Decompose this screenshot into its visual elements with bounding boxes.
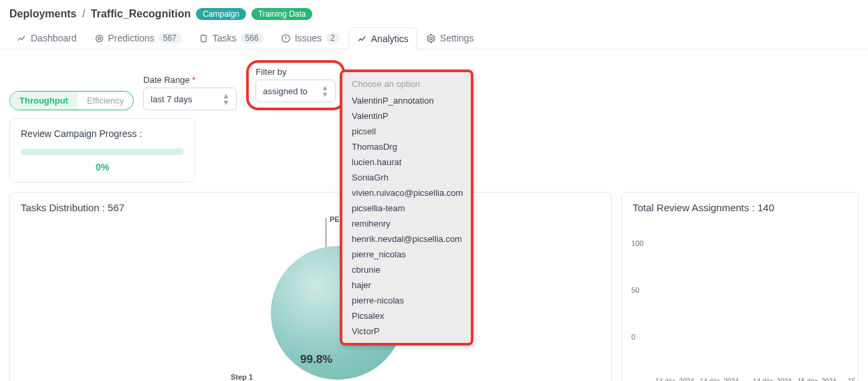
breadcrumb-current[interactable]: Traffic_Recognition (91, 8, 191, 19)
dist-title: Tasks Distribution : 567 (21, 202, 601, 213)
xtick: 14 déc. 2024 - 15 déc. 2024 (753, 378, 837, 381)
filter-by-field: Filter by assigned to ▲▼ (255, 67, 336, 102)
chevron-updown-icon: ▲▼ (222, 92, 229, 106)
tab-issues[interactable]: Issues 2 (272, 27, 348, 49)
filter-by-select[interactable]: assigned to ▲▼ (255, 80, 336, 102)
dropdown-item[interactable]: ValentinP_annotation (342, 93, 471, 108)
tab-label: Issues (295, 33, 322, 43)
dropdown-item[interactable]: remihenry (342, 216, 471, 231)
badge-training: Training Data (251, 8, 313, 20)
pie-step-label: Step 1 (231, 373, 253, 381)
dropdown-item[interactable]: pierre-nicolas (342, 293, 471, 308)
svg-point-4 (429, 37, 432, 39)
dropdown-placeholder: Choose an option (342, 76, 471, 93)
analytics-icon (357, 34, 367, 44)
date-range-select[interactable]: last 7 days ▲▼ (143, 88, 237, 110)
dropdown-item[interactable]: ValentinP (342, 108, 471, 124)
toggle-efficiency[interactable]: Efficiency (78, 92, 133, 110)
tab-predictions[interactable]: Predictions 567 (86, 27, 190, 49)
dropdown-item[interactable]: cbrunie (342, 262, 471, 277)
chevron-updown-icon: ▲▼ (321, 84, 328, 98)
toggle-throughput[interactable]: Throughput (10, 92, 78, 110)
dropdown-item[interactable]: pierre_nicolas (342, 247, 471, 262)
dropdown-item[interactable]: SoniaGrh (342, 170, 471, 185)
dropdown-item[interactable]: vivien.ruivaco@picsellia.com (342, 185, 471, 201)
svg-point-0 (96, 35, 102, 41)
filter-by-label: Filter by (255, 67, 336, 77)
ytick: 100 (631, 239, 643, 247)
progress-title: Review Campaign Progress : (21, 128, 184, 139)
tab-label: Predictions (108, 33, 154, 43)
breadcrumb: Deployments / Traffic_Recognition (9, 8, 191, 20)
tab-tasks[interactable]: Tasks 566 (190, 27, 272, 49)
count-badge: 567 (158, 33, 181, 43)
tasks-distribution-card: Tasks Distribution : 567 PEN 99.8% Step … (9, 192, 612, 381)
review-assignments-card: Total Review Assignments : 140 100 50 0 … (621, 192, 859, 381)
clipboard-icon (199, 33, 209, 43)
select-value: assigned to (263, 86, 308, 96)
ytick: 50 (631, 286, 639, 294)
badge-campaign: Campaign (196, 8, 246, 20)
progress-pct: 0% (21, 162, 184, 172)
chart-line-icon (17, 33, 27, 43)
alert-icon (281, 33, 291, 43)
review-title: Total Review Assignments : 140 (633, 202, 847, 213)
breadcrumb-root[interactable]: Deployments (9, 8, 76, 19)
date-range-label: Date Range * (143, 75, 237, 85)
tabs: Dashboard Predictions 567 Tasks 566 Issu… (0, 24, 868, 49)
tab-dashboard[interactable]: Dashboard (8, 27, 86, 49)
dropdown-item[interactable]: hajer (342, 277, 471, 293)
dropdown-item[interactable]: henrik.nevdal@picsellia.com (342, 231, 471, 247)
date-range-field: Date Range * last 7 days ▲▼ (143, 75, 237, 110)
filter-option-dropdown[interactable]: Choose an option ValentinP_annotationVal… (340, 70, 473, 346)
dropdown-item[interactable]: VictorP (342, 324, 471, 339)
gear-icon (426, 33, 436, 43)
tab-analytics[interactable]: Analytics (348, 27, 417, 49)
count-badge: 566 (241, 33, 263, 43)
review-chart-axes: 100 50 0 13 déc. 2024 - 14 déc. 2024 14 … (629, 239, 851, 381)
xtick: 15 dé (848, 378, 859, 381)
filter-by-highlight: Filter by assigned to ▲▼ (246, 60, 345, 110)
breadcrumb-slash: / (82, 8, 85, 19)
dropdown-item[interactable]: picsell (342, 124, 471, 139)
xtick: 13 déc. 2024 - 14 déc. 2024 (655, 378, 739, 381)
tab-label: Settings (440, 33, 474, 43)
tab-label: Tasks (213, 33, 237, 43)
tab-settings[interactable]: Settings (417, 27, 483, 49)
tab-label: Dashboard (31, 33, 77, 43)
dropdown-item[interactable]: ThomasDrg (342, 139, 471, 154)
target-icon (94, 33, 104, 43)
svg-point-1 (98, 37, 100, 39)
svg-rect-2 (201, 35, 207, 41)
count-badge: 2 (326, 33, 340, 43)
tab-label: Analytics (371, 33, 409, 44)
ytick: 0 (631, 333, 635, 341)
dropdown-item[interactable]: picsellia-team (342, 201, 471, 216)
dropdown-item[interactable]: Picsalex (342, 308, 471, 324)
pie-pct: 99.8% (300, 353, 332, 366)
toggle-group: Throughput Efficiency (9, 91, 134, 110)
dropdown-item[interactable]: lucien.haurat (342, 154, 471, 170)
select-value: last 7 days (150, 94, 192, 104)
breadcrumb-row: Deployments / Traffic_Recognition Campai… (0, 0, 868, 24)
required-asterisk: * (192, 75, 195, 85)
progress-card: Review Campaign Progress : 0% (9, 118, 195, 182)
progress-bar (21, 148, 184, 155)
